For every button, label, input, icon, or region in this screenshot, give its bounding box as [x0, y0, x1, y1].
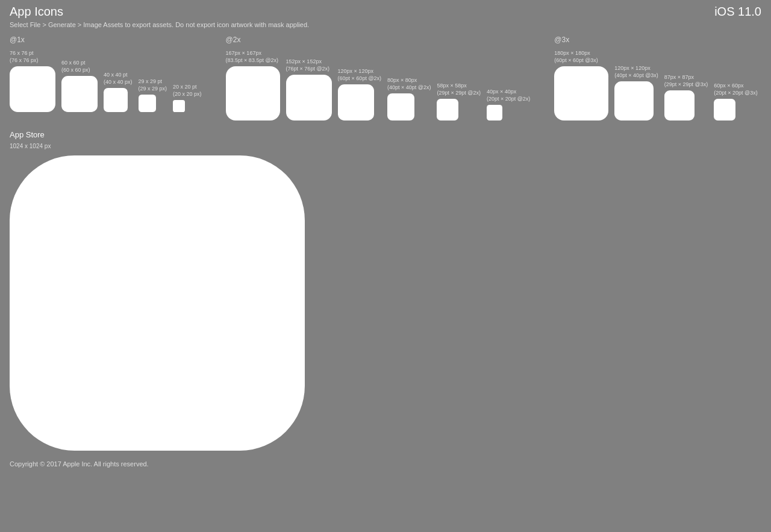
icon-group: 29 x 29 pt(29 x 29 px) [139, 78, 167, 112]
icon-label: 120px × 120px(60pt × 60pt @2x) [338, 68, 381, 82]
icon-label: 120px × 120px(40pt × 40pt @3x) [614, 65, 658, 79]
scale-icons-row: 167px × 167px(83.5pt × 83.5pt @2x)152px … [226, 50, 531, 120]
icon-label: 58px × 58px(29pt × 29pt @2x) [437, 83, 480, 96]
icon-group: 87px × 87px(29pt × 29pt @3x) [664, 74, 708, 120]
icon-box [614, 81, 654, 120]
page-title: App Icons [10, 5, 63, 19]
icon-group: 58px × 58px(29pt × 29pt @2x) [437, 83, 480, 120]
icon-box [387, 93, 414, 120]
scale-block-@2x: @2x167px × 167px(83.5pt × 83.5pt @2x)152… [226, 36, 531, 120]
footer: Copyright © 2017 Apple Inc. All rights r… [0, 451, 771, 477]
scale-icons-row: 180px × 180px(60pt × 60pt @3x)120px × 12… [554, 50, 757, 120]
app-store-icon [10, 155, 305, 451]
icon-label: 29 x 29 pt(29 x 29 px) [139, 78, 167, 92]
icon-label: 152px × 152px(76pt × 76pt @2x) [286, 58, 329, 72]
icon-box [487, 105, 502, 120]
icon-box [173, 100, 185, 112]
icon-box [714, 99, 735, 120]
app-store-label: App Store [10, 130, 761, 139]
app-store-section: App Store 1024 x 1024 px [0, 130, 771, 451]
icon-box [338, 84, 374, 120]
icon-box [664, 90, 695, 120]
icon-group: 120px × 120px(40pt × 40pt @3x) [614, 65, 658, 120]
scale-label: @2x [226, 36, 531, 44]
icon-group: 120px × 120px(60pt × 60pt @2x) [338, 68, 381, 120]
icon-group: 167px × 167px(83.5pt × 83.5pt @2x) [226, 50, 280, 120]
app-store-px: 1024 x 1024 px [10, 143, 761, 149]
icon-group: 40px × 40px(20pt × 20pt @2x) [487, 89, 530, 120]
icon-group: 40 x 40 pt(40 x 40 px) [104, 72, 133, 112]
icon-label: 87px × 87px(29pt × 29pt @3x) [664, 74, 708, 88]
icon-group: 80px × 80px(40pt × 40pt @2x) [387, 77, 431, 120]
scale-icons-row: 76 x 76 pt(76 x 76 px)60 x 60 pt(60 x 60… [10, 50, 202, 112]
all-scales-container: @1x76 x 76 pt(76 x 76 px)60 x 60 pt(60 x… [10, 36, 761, 120]
icon-label: 40 x 40 pt(40 x 40 px) [104, 72, 133, 86]
icon-box [61, 76, 98, 112]
icon-label: 180px × 180px(60pt × 60pt @3x) [554, 50, 598, 64]
ios-version: iOS 11.0 [714, 5, 761, 19]
icon-box [10, 66, 55, 112]
icon-box [554, 66, 608, 120]
icon-group: 20 x 20 pt(20 x 20 px) [173, 84, 202, 112]
icon-label: 76 x 76 pt(76 x 76 px) [10, 50, 39, 64]
icon-group: 152px × 152px(76pt × 76pt @2x) [286, 58, 332, 120]
icon-label: 20 x 20 pt(20 x 20 px) [173, 84, 202, 98]
icon-label: 167px × 167px(83.5pt × 83.5pt @2x) [226, 50, 278, 64]
icon-label: 60 x 60 pt(60 x 60 px) [61, 60, 90, 74]
subtitle-text: Select File > Generate > Image Assets to… [0, 21, 771, 36]
icon-label: 60px × 60px(20pt × 20pt @3x) [714, 83, 757, 96]
scale-block-@1x: @1x76 x 76 pt(76 x 76 px)60 x 60 pt(60 x… [10, 36, 202, 112]
icons-area: @1x76 x 76 pt(76 x 76 px)60 x 60 pt(60 x… [0, 36, 771, 120]
icon-label: 40px × 40px(20pt × 20pt @2x) [487, 89, 530, 102]
icon-box [437, 99, 458, 120]
icon-label: 80px × 80px(40pt × 40pt @2x) [387, 77, 431, 91]
icon-group: 60px × 60px(20pt × 20pt @3x) [714, 83, 757, 120]
scale-block-@3x: @3x180px × 180px(60pt × 60pt @3x)120px ×… [554, 36, 757, 120]
icon-group: 180px × 180px(60pt × 60pt @3x) [554, 50, 608, 120]
scale-label: @3x [554, 36, 757, 44]
icon-box [226, 66, 280, 120]
icon-box [104, 88, 128, 112]
icon-group: 76 x 76 pt(76 x 76 px) [10, 50, 55, 112]
icon-box [139, 95, 156, 112]
icon-box [286, 75, 332, 120]
header: App Icons iOS 11.0 [0, 0, 771, 21]
icon-group: 60 x 60 pt(60 x 60 px) [61, 60, 98, 112]
scale-label: @1x [10, 36, 202, 44]
